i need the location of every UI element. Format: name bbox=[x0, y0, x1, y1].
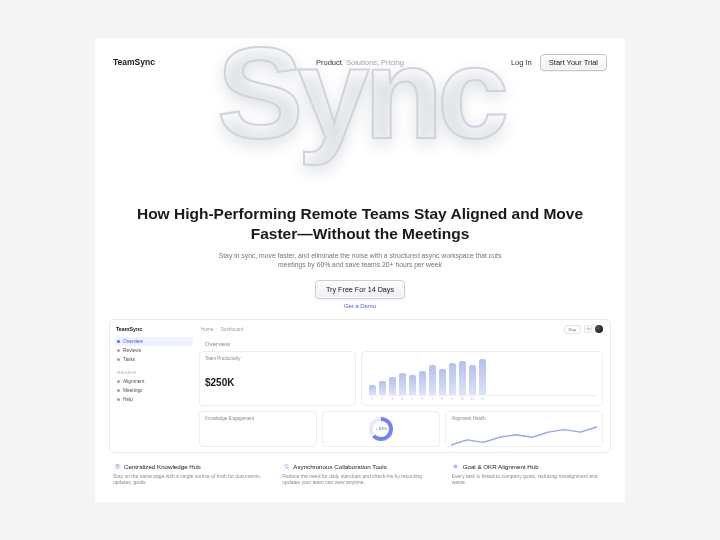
xtick: 4 bbox=[399, 397, 406, 401]
bar bbox=[409, 375, 416, 395]
bar-chart-xaxis: 123456789101112 bbox=[367, 396, 597, 401]
sidebar-item-tasks[interactable]: Tasks bbox=[115, 355, 193, 364]
dot-icon bbox=[117, 340, 120, 343]
sidebar-item-meetings[interactable]: Meetings bbox=[115, 386, 193, 395]
settings-icon[interactable] bbox=[584, 325, 592, 333]
dashboard-main: Home › Dashboard Day Overview Team Produ… bbox=[199, 325, 605, 447]
notebook-icon bbox=[113, 463, 121, 471]
xtick: 3 bbox=[389, 397, 396, 401]
sidebar-group-manage: Manage bbox=[115, 369, 193, 376]
bar bbox=[429, 365, 436, 394]
login-link[interactable]: Log In bbox=[511, 58, 532, 67]
hero: How High-Performing Remote Teams Stay Al… bbox=[95, 192, 625, 308]
xtick: 1 bbox=[369, 397, 376, 401]
sidebar-item-help[interactable]: Help bbox=[115, 395, 193, 404]
sidebar-item-label: Alignment bbox=[123, 379, 144, 384]
nav-link-product[interactable]: Product bbox=[316, 58, 342, 67]
feature-head: Centralized Knowledge Hub bbox=[113, 463, 268, 471]
card-metric: Team Productivity $250K bbox=[199, 351, 356, 406]
cta-demo-link[interactable]: Get a Demo bbox=[344, 303, 376, 309]
breadcrumb-current: Dashboard bbox=[221, 327, 243, 332]
chevron-right-icon: › bbox=[216, 327, 218, 332]
dot-icon bbox=[117, 389, 120, 392]
feature-body: Reduce the need for daily standups and c… bbox=[282, 473, 437, 486]
breadcrumb-home[interactable]: Home bbox=[201, 327, 213, 332]
nav-right: Log In Start Your Trial bbox=[511, 54, 607, 71]
feature-row: Centralized Knowledge HubStay on the sam… bbox=[95, 453, 625, 502]
feature-body: Stay on the same page with a single sour… bbox=[113, 473, 268, 486]
xtick: 10 bbox=[459, 397, 466, 401]
bar bbox=[439, 369, 446, 394]
overview-title: Overview bbox=[205, 341, 605, 347]
feature-body: Every task is linked to company goals, r… bbox=[452, 473, 607, 486]
feature-title: Goal & OKR Alignment Hub bbox=[463, 463, 539, 470]
feature-refresh: Asynchronous Collaboration ToolsReduce t… bbox=[282, 463, 437, 486]
card-engagement-title: Knowledge Engagement bbox=[205, 416, 311, 421]
line-chart bbox=[451, 423, 597, 447]
cta-primary-button[interactable]: Try Free For 14 Days bbox=[315, 280, 405, 299]
dashboard-topbar: Home › Dashboard Day bbox=[199, 325, 605, 337]
feature-title: Asynchronous Collaboration Tools bbox=[293, 463, 386, 470]
card-alignment-title: Alignment Health bbox=[451, 416, 597, 421]
bar bbox=[479, 359, 486, 394]
refresh-icon bbox=[282, 463, 290, 471]
sidebar-brand: TeamSync bbox=[115, 325, 193, 336]
card-engagement: Knowledge Engagement bbox=[199, 411, 317, 447]
bar bbox=[389, 377, 396, 395]
card-metric-title: Team Productivity bbox=[205, 356, 350, 361]
top-nav: TeamSync Product, Solutions, Pricing Log… bbox=[95, 52, 625, 72]
feature-title: Centralized Knowledge Hub bbox=[124, 463, 201, 470]
xtick: 7 bbox=[429, 397, 436, 401]
svg-point-0 bbox=[587, 328, 588, 329]
feature-notebook: Centralized Knowledge HubStay on the sam… bbox=[113, 463, 268, 486]
sidebar-item-reviews[interactable]: Reviews bbox=[115, 346, 193, 355]
bar bbox=[399, 373, 406, 394]
bar bbox=[369, 385, 376, 395]
card-donut: + 63% bbox=[322, 411, 440, 447]
topbar-right: Day bbox=[564, 325, 603, 334]
sidebar-item-label: Reviews bbox=[123, 348, 141, 353]
filter-chip-day[interactable]: Day bbox=[564, 325, 581, 334]
donut-value: + 63% bbox=[373, 421, 389, 437]
feature-head: Asynchronous Collaboration Tools bbox=[282, 463, 437, 471]
card-metric-value: $250K bbox=[205, 377, 350, 388]
dot-icon bbox=[117, 349, 120, 352]
card-alignment: Alignment Health bbox=[445, 411, 603, 447]
xtick: 5 bbox=[409, 397, 416, 401]
xtick: 2 bbox=[379, 397, 386, 401]
xtick: 11 bbox=[469, 397, 476, 401]
dot-icon bbox=[117, 380, 120, 383]
avatar[interactable] bbox=[595, 325, 603, 333]
bar bbox=[419, 371, 426, 394]
cta-row: Try Free For 14 Days Get a Demo bbox=[131, 280, 589, 309]
bar-chart bbox=[367, 356, 597, 396]
sidebar: TeamSync OverviewReviewsTasks Manage Ali… bbox=[115, 325, 193, 447]
card-productivity-chart: 123456789101112 bbox=[361, 351, 603, 406]
sidebar-item-label: Overview bbox=[123, 339, 143, 344]
landing-page: TeamSync Product, Solutions, Pricing Log… bbox=[95, 38, 625, 501]
bar bbox=[449, 363, 456, 394]
nav-links: Product, Solutions, Pricing bbox=[316, 58, 404, 67]
bar bbox=[469, 365, 476, 394]
dot-icon bbox=[117, 398, 120, 401]
sidebar-item-label: Tasks bbox=[123, 357, 135, 362]
dashboard-preview: TeamSync OverviewReviewsTasks Manage Ali… bbox=[109, 319, 611, 453]
start-trial-button[interactable]: Start Your Trial bbox=[540, 54, 607, 71]
subheadline: Stay in sync, move faster, and eliminate… bbox=[215, 251, 505, 269]
sidebar-item-alignment[interactable]: Alignment bbox=[115, 377, 193, 386]
cards-row-1: Team Productivity $250K 123456789101112 bbox=[199, 351, 605, 406]
brand-logo[interactable]: TeamSync bbox=[113, 57, 155, 67]
cards-row-2: Knowledge Engagement + 63% Alignment Hea… bbox=[199, 411, 605, 447]
nav-link-pricing[interactable]: Pricing bbox=[381, 58, 404, 67]
headline: How High-Performing Remote Teams Stay Al… bbox=[131, 204, 589, 243]
xtick: 6 bbox=[419, 397, 426, 401]
sidebar-item-label: Meetings bbox=[123, 388, 142, 393]
xtick: 8 bbox=[439, 397, 446, 401]
nav-link-solutions[interactable]: Solutions bbox=[346, 58, 377, 67]
bar bbox=[459, 361, 466, 394]
xtick: 12 bbox=[479, 397, 486, 401]
target-icon bbox=[452, 463, 460, 471]
sidebar-item-overview[interactable]: Overview bbox=[115, 337, 193, 346]
xtick: 9 bbox=[449, 397, 456, 401]
feature-head: Goal & OKR Alignment Hub bbox=[452, 463, 607, 471]
